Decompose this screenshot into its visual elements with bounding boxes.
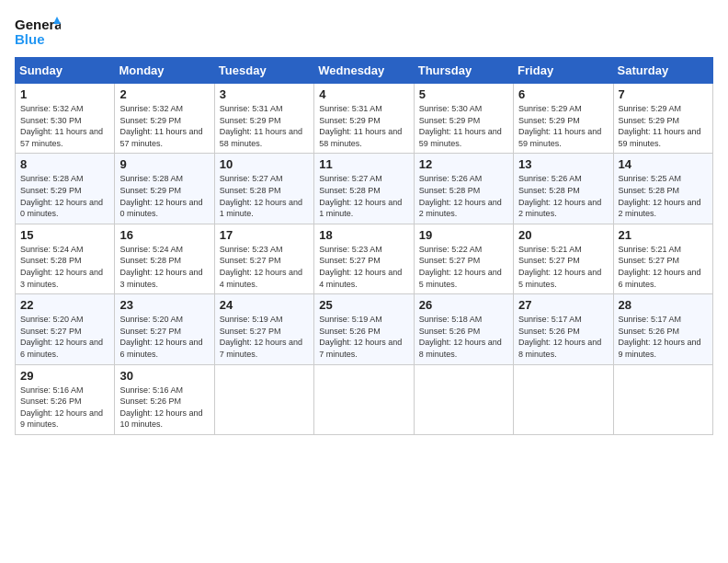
sunrise-label: Sunrise: 5:29 AM — [518, 104, 582, 113]
day-number: 27 — [518, 298, 608, 312]
daylight-label: Daylight: 12 hours and 8 minutes. — [419, 338, 502, 359]
day-number: 14 — [619, 157, 708, 171]
calendar-cell: 5 Sunrise: 5:30 AM Sunset: 5:29 PM Dayli… — [414, 84, 513, 154]
calendar-week-row: 1 Sunrise: 5:32 AM Sunset: 5:30 PM Dayli… — [16, 84, 713, 154]
daylight-label: Daylight: 11 hours and 58 minutes. — [220, 127, 302, 148]
sunset-label: Sunset: 5:29 PM — [619, 116, 680, 125]
day-info: Sunrise: 5:16 AM Sunset: 5:26 PM Dayligh… — [20, 385, 109, 431]
day-number: 28 — [619, 298, 708, 312]
day-number: 20 — [518, 228, 608, 242]
column-header-saturday: Saturday — [613, 58, 712, 84]
sunrise-label: Sunrise: 5:30 AM — [419, 104, 483, 113]
daylight-label: Daylight: 12 hours and 2 minutes. — [619, 198, 701, 219]
column-header-sunday: Sunday — [16, 58, 115, 84]
calendar-cell: 16 Sunrise: 5:24 AM Sunset: 5:28 PM Dayl… — [115, 224, 214, 293]
sunrise-label: Sunrise: 5:28 AM — [119, 174, 183, 183]
calendar-cell: 22 Sunrise: 5:20 AM Sunset: 5:27 PM Dayl… — [16, 294, 115, 364]
day-info: Sunrise: 5:30 AM Sunset: 5:29 PM Dayligh… — [419, 103, 508, 149]
sunset-label: Sunset: 5:27 PM — [419, 256, 481, 265]
day-info: Sunrise: 5:32 AM Sunset: 5:30 PM Dayligh… — [20, 103, 109, 149]
calendar-cell: 30 Sunrise: 5:16 AM Sunset: 5:26 PM Dayl… — [115, 364, 214, 434]
sunrise-label: Sunrise: 5:27 AM — [220, 174, 283, 183]
sunset-label: Sunset: 5:27 PM — [119, 327, 181, 336]
sunrise-label: Sunrise: 5:28 AM — [20, 174, 84, 183]
sunrise-label: Sunrise: 5:16 AM — [119, 385, 183, 395]
daylight-label: Daylight: 12 hours and 8 minutes. — [518, 338, 601, 359]
day-info: Sunrise: 5:29 AM Sunset: 5:29 PM Dayligh… — [619, 103, 708, 149]
sunrise-label: Sunrise: 5:32 AM — [119, 104, 183, 113]
day-number: 15 — [20, 228, 109, 242]
day-number: 3 — [220, 87, 309, 101]
sunrise-label: Sunrise: 5:23 AM — [220, 245, 283, 254]
sunset-label: Sunset: 5:28 PM — [419, 186, 481, 195]
sunrise-label: Sunrise: 5:31 AM — [220, 104, 283, 113]
sunset-label: Sunset: 5:28 PM — [20, 256, 82, 265]
sunset-label: Sunset: 5:29 PM — [319, 116, 381, 125]
daylight-label: Daylight: 12 hours and 0 minutes. — [119, 198, 202, 219]
daylight-label: Daylight: 12 hours and 10 minutes. — [119, 408, 202, 430]
calendar-week-row: 8 Sunrise: 5:28 AM Sunset: 5:29 PM Dayli… — [16, 154, 713, 224]
calendar-cell: 13 Sunrise: 5:26 AM Sunset: 5:28 PM Dayl… — [514, 154, 613, 224]
day-number: 4 — [319, 87, 408, 101]
calendar-week-row: 29 Sunrise: 5:16 AM Sunset: 5:26 PM Dayl… — [16, 364, 713, 434]
calendar-cell: 21 Sunrise: 5:21 AM Sunset: 5:27 PM Dayl… — [613, 224, 712, 293]
day-info: Sunrise: 5:23 AM Sunset: 5:27 PM Dayligh… — [319, 244, 408, 290]
calendar-cell: 4 Sunrise: 5:31 AM Sunset: 5:29 PM Dayli… — [314, 84, 414, 154]
sunset-label: Sunset: 5:29 PM — [119, 186, 181, 195]
calendar-cell: 25 Sunrise: 5:19 AM Sunset: 5:26 PM Dayl… — [314, 294, 414, 364]
sunset-label: Sunset: 5:27 PM — [220, 256, 281, 265]
day-info: Sunrise: 5:18 AM Sunset: 5:26 PM Dayligh… — [419, 314, 508, 360]
calendar-cell: 2 Sunrise: 5:32 AM Sunset: 5:29 PM Dayli… — [115, 84, 214, 154]
daylight-label: Daylight: 11 hours and 59 minutes. — [518, 127, 601, 148]
day-number: 2 — [119, 87, 209, 101]
sunset-label: Sunset: 5:30 PM — [20, 116, 82, 125]
page-header: General Blue — [15, 15, 713, 48]
sunrise-label: Sunrise: 5:26 AM — [518, 174, 582, 183]
sunset-label: Sunset: 5:27 PM — [518, 256, 580, 265]
calendar-cell: 23 Sunrise: 5:20 AM Sunset: 5:27 PM Dayl… — [115, 294, 214, 364]
calendar-cell: 19 Sunrise: 5:22 AM Sunset: 5:27 PM Dayl… — [414, 224, 513, 293]
daylight-label: Daylight: 12 hours and 9 minutes. — [20, 408, 103, 430]
sunrise-label: Sunrise: 5:32 AM — [20, 104, 84, 113]
day-info: Sunrise: 5:26 AM Sunset: 5:28 PM Dayligh… — [419, 173, 508, 219]
sunset-label: Sunset: 5:26 PM — [518, 327, 580, 336]
day-number: 24 — [220, 298, 309, 312]
day-info: Sunrise: 5:31 AM Sunset: 5:29 PM Dayligh… — [220, 103, 309, 149]
day-number: 23 — [119, 298, 209, 312]
daylight-label: Daylight: 11 hours and 58 minutes. — [319, 127, 402, 148]
daylight-label: Daylight: 11 hours and 59 minutes. — [619, 127, 701, 148]
calendar-cell: 29 Sunrise: 5:16 AM Sunset: 5:26 PM Dayl… — [16, 364, 115, 434]
sunrise-label: Sunrise: 5:31 AM — [319, 104, 382, 113]
sunset-label: Sunset: 5:29 PM — [119, 116, 181, 125]
sunset-label: Sunset: 5:28 PM — [619, 186, 680, 195]
sunrise-label: Sunrise: 5:20 AM — [20, 315, 84, 324]
sunrise-label: Sunrise: 5:21 AM — [619, 245, 682, 254]
calendar-cell: 7 Sunrise: 5:29 AM Sunset: 5:29 PM Dayli… — [613, 84, 712, 154]
day-number: 21 — [619, 228, 708, 242]
day-info: Sunrise: 5:19 AM Sunset: 5:26 PM Dayligh… — [319, 314, 408, 360]
day-info: Sunrise: 5:20 AM Sunset: 5:27 PM Dayligh… — [20, 314, 109, 360]
logo: General Blue — [15, 15, 61, 48]
day-info: Sunrise: 5:28 AM Sunset: 5:29 PM Dayligh… — [119, 173, 209, 219]
sunrise-label: Sunrise: 5:18 AM — [419, 315, 483, 324]
day-number: 12 — [419, 157, 508, 171]
day-info: Sunrise: 5:27 AM Sunset: 5:28 PM Dayligh… — [220, 173, 309, 219]
sunset-label: Sunset: 5:27 PM — [319, 256, 381, 265]
day-info: Sunrise: 5:16 AM Sunset: 5:26 PM Dayligh… — [119, 385, 209, 431]
daylight-label: Daylight: 12 hours and 7 minutes. — [319, 338, 402, 359]
day-info: Sunrise: 5:28 AM Sunset: 5:29 PM Dayligh… — [20, 173, 109, 219]
sunset-label: Sunset: 5:26 PM — [619, 327, 680, 336]
sunset-label: Sunset: 5:28 PM — [220, 186, 281, 195]
sunset-label: Sunset: 5:27 PM — [220, 327, 281, 336]
day-info: Sunrise: 5:29 AM Sunset: 5:29 PM Dayligh… — [518, 103, 608, 149]
daylight-label: Daylight: 12 hours and 4 minutes. — [319, 268, 402, 289]
calendar-cell: 8 Sunrise: 5:28 AM Sunset: 5:29 PM Dayli… — [16, 154, 115, 224]
day-number: 8 — [20, 157, 109, 171]
sunrise-label: Sunrise: 5:17 AM — [619, 315, 682, 324]
sunrise-label: Sunrise: 5:24 AM — [119, 245, 183, 254]
daylight-label: Daylight: 12 hours and 6 minutes. — [619, 268, 701, 289]
calendar-cell: 17 Sunrise: 5:23 AM Sunset: 5:27 PM Dayl… — [214, 224, 313, 293]
daylight-label: Daylight: 11 hours and 57 minutes. — [20, 127, 103, 148]
column-header-thursday: Thursday — [414, 58, 513, 84]
sunset-label: Sunset: 5:27 PM — [619, 256, 680, 265]
